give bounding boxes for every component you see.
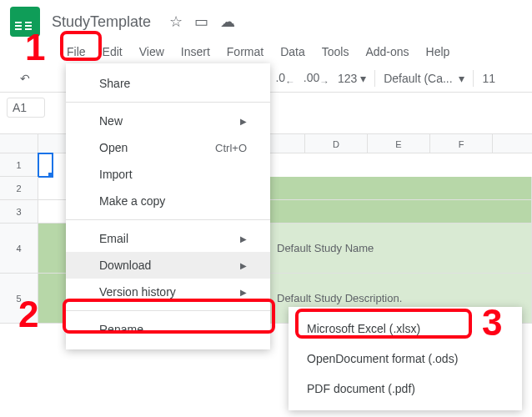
- menu-help[interactable]: Help: [419, 42, 457, 62]
- row-header-3[interactable]: 3: [0, 200, 38, 224]
- submenu-arrow-icon: ▶: [240, 288, 247, 297]
- shortcut-label: Ctrl+O: [215, 142, 247, 154]
- menu-data[interactable]: Data: [274, 42, 312, 62]
- undo-icon[interactable]: ↶: [20, 72, 30, 85]
- cell[interactable]: [270, 177, 532, 200]
- col-header-e[interactable]: E: [368, 134, 430, 153]
- separator: [374, 70, 375, 87]
- menu-item-import[interactable]: Import: [66, 161, 270, 188]
- menu-item-share[interactable]: Share: [66, 70, 270, 97]
- number-format[interactable]: 123 ▾: [338, 72, 366, 85]
- star-icon[interactable]: ☆: [169, 13, 183, 31]
- menu-view[interactable]: View: [133, 42, 171, 62]
- menu-tools[interactable]: Tools: [315, 42, 356, 62]
- row-header-1[interactable]: 1: [0, 153, 38, 177]
- menu-item-new[interactable]: New▶: [66, 108, 270, 134]
- cell[interactable]: [270, 200, 532, 224]
- annotation-number-2: 2: [18, 294, 38, 335]
- cloud-icon[interactable]: ☁: [220, 13, 235, 31]
- name-box[interactable]: A1: [7, 98, 45, 118]
- font-select[interactable]: Default (Ca... ▾: [384, 72, 464, 85]
- submenu-arrow-icon: ▶: [240, 117, 247, 126]
- document-name[interactable]: StudyTemplate: [52, 13, 151, 31]
- annotation-number-1: 1: [25, 27, 45, 68]
- annotation-box-1: [60, 31, 102, 61]
- col-header-d[interactable]: D: [305, 134, 368, 153]
- annotation-number-3: 3: [482, 302, 502, 344]
- menu-item-email[interactable]: Email▶: [66, 225, 270, 252]
- decrease-decimal[interactable]: .0←: [275, 71, 294, 87]
- menu-addons[interactable]: Add-ons: [359, 42, 415, 62]
- download-pdf[interactable]: PDF document (.pdf): [289, 374, 522, 404]
- doc-action-icons: ☆ ▭ ☁: [169, 13, 235, 31]
- menu-item-copy[interactable]: Make a copy: [66, 188, 270, 214]
- move-icon[interactable]: ▭: [194, 13, 208, 31]
- menu-insert[interactable]: Insert: [174, 42, 217, 62]
- annotation-box-3: [295, 309, 472, 339]
- menu-item-download[interactable]: Download▶: [66, 252, 270, 279]
- separator: [473, 70, 474, 87]
- row-header-4[interactable]: 4: [0, 224, 38, 274]
- menu-item-open[interactable]: OpenCtrl+O: [66, 134, 270, 161]
- select-all-corner[interactable]: [0, 134, 38, 153]
- font-size[interactable]: 11: [482, 72, 495, 85]
- cell-study-name[interactable]: Default Study Name: [270, 224, 532, 274]
- submenu-arrow-icon: ▶: [240, 261, 247, 270]
- col-header-f[interactable]: F: [430, 134, 493, 153]
- submenu-arrow-icon: ▶: [240, 234, 247, 244]
- increase-decimal[interactable]: .00→: [304, 71, 329, 87]
- menu-divider: [66, 102, 270, 103]
- annotation-box-2: [63, 299, 275, 334]
- download-ods[interactable]: OpenDocument format (.ods): [289, 344, 522, 374]
- menu-divider: [66, 219, 270, 220]
- cell-a1[interactable]: [38, 153, 53, 177]
- row-header-2[interactable]: 2: [0, 177, 38, 200]
- menu-format[interactable]: Format: [220, 42, 270, 62]
